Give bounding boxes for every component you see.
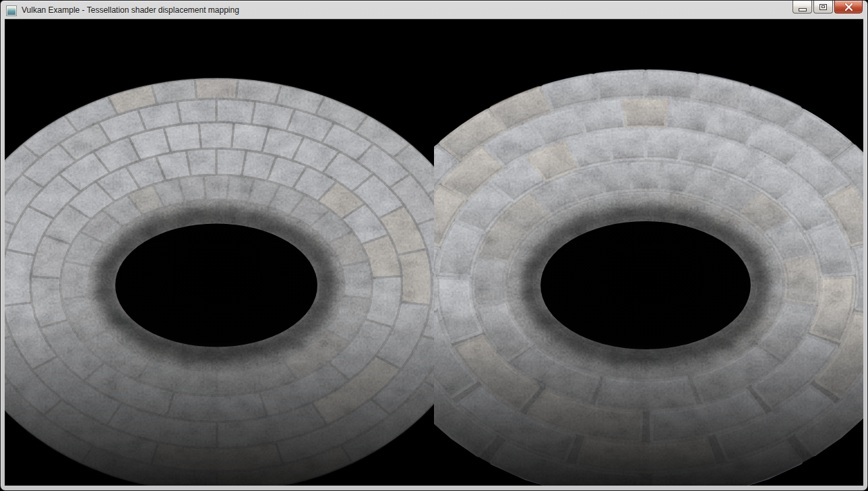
- render-area: [5, 19, 863, 486]
- close-icon: [844, 3, 853, 11]
- app-icon[interactable]: [6, 5, 17, 16]
- minimize-icon: [799, 8, 807, 11]
- titlebar[interactable]: Vulkan Example - Tessellation shader dis…: [5, 1, 863, 19]
- minimize-button[interactable]: [793, 1, 812, 13]
- viewport-displaced-torus: [369, 20, 863, 486]
- screen-background: { "window": { "title": "Vulkan Example -…: [0, 0, 868, 491]
- close-button[interactable]: [834, 1, 863, 13]
- window-controls: [793, 1, 863, 13]
- viewport-flat-torus: [5, 20, 482, 486]
- app-window: Vulkan Example - Tessellation shader dis…: [0, 0, 868, 491]
- render-viewport[interactable]: [5, 20, 863, 486]
- maximize-icon: [819, 4, 827, 10]
- window-title: Vulkan Example - Tessellation shader dis…: [22, 5, 239, 15]
- maximize-button[interactable]: [813, 1, 833, 13]
